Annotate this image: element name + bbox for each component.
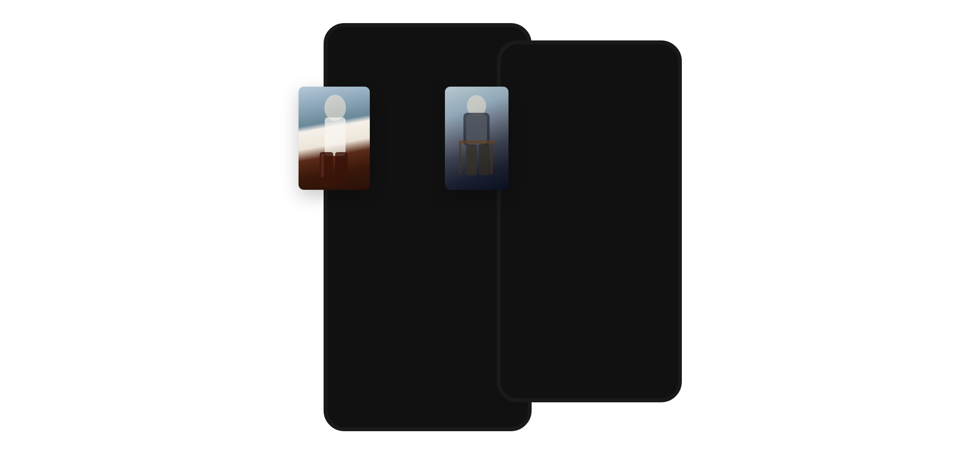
filter-hint-text: The selected filters will appear here. — [538, 387, 599, 391]
new-arrivals-section: New Arrivals Shop Now ➜ — [327, 189, 528, 215]
dynamic-island-1 — [408, 32, 447, 42]
phone1-title: Satoshi — [406, 47, 433, 55]
svg-rect-1 — [325, 117, 346, 156]
product-bookmark-1[interactable]: 🔖 — [578, 97, 585, 103]
svg-point-14 — [581, 223, 598, 232]
phone2-nav-bar: Satoshi 🔖 1 — [501, 57, 678, 75]
sweater-image[interactable] — [505, 192, 673, 284]
hamburger-menu[interactable] — [335, 49, 342, 54]
products-preview — [327, 235, 528, 296]
phone2-filter-bar: Filter ⚙ View All New Arrivals Tre... — [501, 75, 678, 90]
product-thumb-2[interactable] — [384, 235, 430, 296]
product-category-2: Nightwear — [591, 177, 673, 182]
phone2-nav-icons: 🔖 1 — [649, 62, 670, 70]
tab-view-all-2[interactable]: View All — [533, 78, 557, 87]
tab-new-arrivals-2[interactable]: New Arrivals — [560, 78, 594, 87]
chair-image — [445, 87, 508, 190]
tab-trending-2[interactable]: Tre... — [596, 78, 616, 87]
knitted-poetry-title: Knitted Poetry — [334, 222, 376, 229]
svg-point-0 — [324, 95, 346, 121]
cart-badge-2[interactable]: 1 — [662, 62, 670, 70]
product-name-2: Velour Pyjama — [591, 173, 673, 177]
product-thumb-1[interactable] — [334, 235, 380, 296]
filter-label: Filter — [511, 80, 520, 85]
svg-rect-10 — [458, 141, 495, 144]
bottom-filter-button[interactable]: Filter ⚙ — [507, 384, 533, 393]
svg-rect-12 — [490, 144, 493, 174]
card-woman-boots — [299, 87, 370, 190]
svg-rect-4 — [321, 154, 324, 177]
chair-figure-svg — [445, 87, 508, 190]
product-price-1: 30,99 € — [505, 182, 588, 187]
filter-icon: ⚙ — [522, 81, 525, 85]
product-bookmark-2[interactable]: 🔖 — [664, 97, 670, 103]
boots-image — [299, 87, 370, 190]
card-man-chair — [445, 87, 508, 190]
phone2-bottom-bar: Filter ⚙ The selected filters will appea… — [501, 378, 678, 398]
bottom-filter-label: Filter — [512, 387, 523, 391]
phone2-product-grid: 🔖 Velour Pyjama Nightwear 30,99 € 🔖 Velo… — [501, 90, 678, 190]
knitted-poetry-header: Knitted Poetry ‹ › — [327, 215, 528, 235]
bottom-filter-icon: ⚙ — [524, 387, 528, 391]
shop-now-text: Shop Now — [413, 206, 436, 212]
dynamic-island-2 — [572, 48, 606, 57]
phone1-filter-bar: View All Men Women Kids B... — [327, 62, 528, 80]
arrow-circle-icon: ➜ — [438, 206, 442, 212]
product-name-1: Velour Pyjama — [505, 173, 588, 177]
product-image-1[interactable] — [505, 94, 588, 171]
phone1-nav-bar: Satoshi 🔖 1 — [327, 42, 528, 62]
hamburger-menu-2[interactable] — [508, 64, 515, 69]
product-category-1: Nightwear — [505, 177, 588, 182]
svg-rect-9 — [479, 144, 490, 175]
bookmark-icon-2[interactable]: 🔖 — [649, 62, 657, 70]
new-arrivals-title: New Arrivals — [334, 196, 522, 204]
tab-men[interactable]: Men — [366, 65, 388, 76]
filter-button[interactable]: Filter ⚙ — [505, 78, 530, 87]
product-price-old-2: 30,99 € — [591, 182, 605, 187]
tab-kids[interactable]: Kids — [423, 65, 445, 76]
product-price-2: 30,99 € 30,99 € — [591, 182, 673, 187]
product-card-1: 🔖 Velour Pyjama Nightwear 30,99 € — [505, 94, 588, 187]
sweater-svg — [505, 192, 673, 284]
svg-rect-11 — [459, 144, 461, 174]
sweater-card — [501, 192, 678, 284]
shop-now-link[interactable]: Shop Now ➜ — [334, 206, 522, 212]
tab-women[interactable]: Women — [391, 65, 420, 76]
product-price-value-2: 30,99 € — [608, 182, 622, 187]
phone2-title: Satoshi — [571, 63, 594, 70]
product-card-2: 🔖 Velour Pyjama Nightwear 30,99 € 30,99 … — [591, 94, 673, 187]
tab-b[interactable]: B... — [448, 65, 468, 76]
product-image-2[interactable] — [591, 94, 673, 171]
tab-view-all[interactable]: View All — [334, 65, 363, 76]
svg-rect-3 — [335, 152, 347, 185]
boots-figure-svg — [299, 87, 370, 190]
svg-rect-8 — [466, 144, 477, 175]
phone2-screen: Free delivery from €30 Satoshi 🔖 1 Filte… — [501, 44, 678, 398]
